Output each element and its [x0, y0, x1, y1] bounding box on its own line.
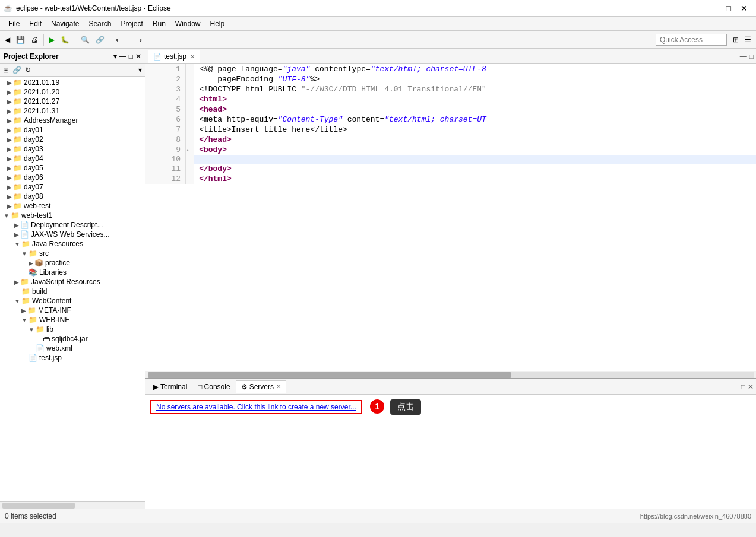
line-code[interactable] [194, 155, 756, 164]
hscroll-track[interactable] [148, 372, 754, 378]
minimize-panel-button[interactable]: — [119, 52, 126, 61]
code-line[interactable]: 8</head> [145, 135, 756, 145]
toolbar-debug-button[interactable]: 🐛 [58, 34, 72, 45]
menu-project[interactable]: Project [116, 18, 147, 29]
tree-item[interactable]: ▶📁META-INF [0, 306, 145, 315]
menu-help[interactable]: Help [205, 18, 230, 29]
minimize-button[interactable]: — [704, 4, 722, 13]
bottom-tab-console[interactable]: □ Console [192, 380, 235, 393]
line-code[interactable]: <%@ page language="java" contentType="te… [194, 64, 756, 74]
line-code[interactable]: <title>Insert title here</title> [194, 125, 756, 135]
tree-item[interactable]: ▶📁day02 [0, 135, 145, 144]
collapse-all-button[interactable]: ⊟ [1, 65, 11, 75]
tree-item[interactable]: ▶📁2021.01.27 [0, 97, 145, 106]
toolbar-save-button[interactable]: 💾 [14, 34, 27, 45]
tree-item[interactable]: ▶📁day04 [0, 154, 145, 163]
line-code[interactable]: <body> [194, 145, 756, 155]
sync-button[interactable]: ↻ [23, 65, 33, 75]
code-line[interactable]: 11</body> [145, 164, 756, 174]
line-code[interactable]: <head> [194, 104, 756, 115]
tree-item[interactable]: ▼📁lib [0, 325, 145, 334]
toolbar-back-nav-button[interactable]: ⟵ [113, 34, 128, 45]
maximize-bottom-button[interactable]: □ [741, 383, 745, 391]
tree-item[interactable]: ▶📁AddressManager [0, 116, 145, 125]
bottom-tab-servers[interactable]: ⚙ Servers ✕ [236, 380, 286, 393]
close-panel-button[interactable]: ✕ [135, 52, 141, 61]
maximize-panel-button[interactable]: □ [129, 52, 133, 61]
maximize-button[interactable]: □ [722, 4, 736, 13]
tree-item[interactable]: ▶📦practice [0, 258, 145, 268]
tree-item[interactable]: 📄test.jsp [0, 353, 145, 363]
sidebar-horizontal-scrollbar[interactable] [0, 501, 145, 509]
toolbar-link-button[interactable]: 🔗 [93, 34, 107, 45]
editor-tab-test-jsp[interactable]: 📄 test.jsp ✕ [148, 50, 200, 63]
tree-item[interactable]: ▶📁2021.01.31 [0, 106, 145, 116]
editor-horizontal-scrollbar[interactable] [145, 371, 756, 378]
bottom-tab-terminal[interactable]: ▶ Terminal [148, 380, 192, 393]
line-code[interactable]: <html> [194, 94, 756, 104]
code-line[interactable]: 9◦<body> [145, 145, 756, 155]
panel-view-menu-icon[interactable]: ▾ [113, 52, 117, 61]
menu-search[interactable]: Search [84, 18, 116, 29]
tree-item[interactable]: 📚Libraries [0, 268, 145, 277]
menu-navigate[interactable]: Navigate [46, 18, 84, 29]
line-code[interactable]: </html> [194, 174, 756, 184]
minimize-bottom-button[interactable]: — [732, 383, 739, 391]
tree-item[interactable]: 📁build [0, 287, 145, 296]
line-code[interactable]: pageEncoding="UTF-8"%> [194, 74, 756, 84]
maximize-editor-button[interactable]: □ [749, 52, 754, 61]
code-line[interactable]: 4<html> [145, 94, 756, 104]
sidebar-tree[interactable]: ▶📁2021.01.19▶📁2021.01.20▶📁2021.01.27▶📁20… [0, 77, 145, 501]
line-code[interactable]: </head> [194, 135, 756, 145]
tree-item[interactable]: ▶📁day08 [0, 192, 145, 201]
code-editor[interactable]: 1<%@ page language="java" contentType="t… [145, 64, 756, 371]
menu-file[interactable]: File [4, 18, 24, 29]
tree-item[interactable]: ▼📁WEB-INF [0, 315, 145, 325]
code-line[interactable]: 2 pageEncoding="UTF-8"%> [145, 74, 756, 84]
code-line[interactable]: 6<meta http-equiv="Content-Type" content… [145, 115, 756, 125]
tree-item[interactable]: 🗃sqljdbc4.jar [0, 334, 145, 344]
tree-item[interactable]: ▶📁2021.01.20 [0, 87, 145, 97]
link-editor-button[interactable]: 🔗 [11, 65, 23, 75]
tree-item[interactable]: ▶📁day07 [0, 182, 145, 192]
code-line[interactable]: 7<title>Insert title here</title> [145, 125, 756, 135]
hscroll-thumb[interactable] [148, 372, 511, 378]
tree-item[interactable]: ▶📁day05 [0, 163, 145, 173]
quick-access-input[interactable] [656, 34, 727, 46]
tree-item[interactable]: ▶📁day06 [0, 173, 145, 182]
close-button[interactable]: ✕ [736, 4, 752, 13]
tree-item[interactable]: ▶📁2021.01.19 [0, 78, 145, 87]
create-server-link[interactable]: No servers are available. Click this lin… [150, 400, 362, 414]
tree-item[interactable]: ▼📁src [0, 249, 145, 258]
toolbar-search-button[interactable]: 🔍 [78, 34, 92, 45]
code-line[interactable]: 1<%@ page language="java" contentType="t… [145, 64, 756, 74]
tree-item[interactable]: ▶📄JAX-WS Web Services... [0, 230, 145, 239]
tree-item[interactable]: ▶📁day03 [0, 144, 145, 154]
tree-item[interactable]: ▼📁web-test1 [0, 211, 145, 220]
tree-item[interactable]: 📄web.xml [0, 344, 145, 353]
toolbar-fwd-nav-button[interactable]: ⟶ [129, 34, 144, 45]
toolbar-run-button[interactable]: ▶ [47, 34, 57, 45]
code-line[interactable]: 10 [145, 155, 756, 164]
menu-edit[interactable]: Edit [24, 18, 46, 29]
editor-tab-close-icon[interactable]: ✕ [190, 53, 195, 60]
toolbar-perspectives-button[interactable]: ⊞ [730, 34, 741, 45]
toolbar-back-button[interactable]: ◀ [2, 34, 12, 45]
tree-item[interactable]: ▼📁Java Resources [0, 239, 145, 249]
toolbar-open-perspective-button[interactable]: ☰ [742, 34, 754, 45]
code-line[interactable]: 3<!DOCTYPE html PUBLIC "-//W3C//DTD HTML… [145, 84, 756, 94]
code-line[interactable]: 12</html> [145, 174, 756, 184]
toolbar-print-button[interactable]: 🖨 [29, 34, 40, 45]
tree-item[interactable]: ▶📁JavaScript Resources [0, 277, 145, 287]
minimize-editor-button[interactable]: — [740, 52, 747, 61]
tree-item[interactable]: ▼📁WebContent [0, 296, 145, 306]
close-bottom-button[interactable]: ✕ [748, 383, 754, 391]
tree-item[interactable]: ▶📁day01 [0, 125, 145, 135]
code-line[interactable]: 5<head> [145, 104, 756, 115]
menu-run[interactable]: Run [148, 18, 170, 29]
tree-item[interactable]: ▶📁web-test [0, 201, 145, 211]
servers-tab-close-icon[interactable]: ✕ [276, 383, 281, 390]
menu-window[interactable]: Window [170, 18, 205, 29]
tree-item[interactable]: ▶📄Deployment Descript... [0, 220, 145, 230]
line-code[interactable]: <meta http-equiv="Content-Type" content=… [194, 115, 756, 125]
